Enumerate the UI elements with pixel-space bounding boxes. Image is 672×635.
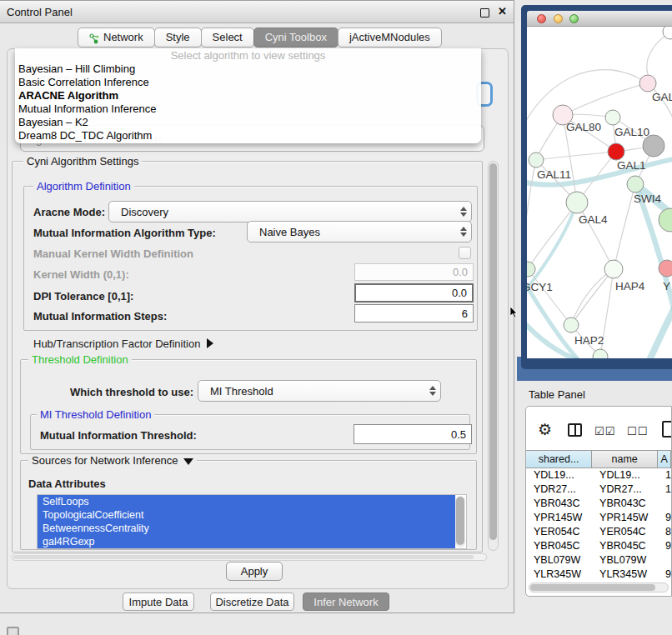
table-row[interactable]: YER054CYER054C8. [526,525,671,539]
hub-definition-label: Hub/Transcription Factor Definition [33,338,200,350]
mi-steps-label: Mutual Information Steps: [33,310,167,322]
hub-definition-toggle[interactable]: Hub/Transcription Factor Definition [33,338,213,350]
table-cell: YBR045C [592,539,658,553]
aracne-mode-combobox[interactable]: Discovery [108,201,472,222]
node-bottom[interactable] [593,349,608,358]
tab-network[interactable]: Network [78,28,155,48]
node-salmon[interactable] [659,260,672,277]
manual-kernel-checkbox[interactable] [459,247,471,259]
which-threshold-combobox[interactable]: MI Threshold [198,380,441,402]
bottom-tab-impute-data[interactable]: Impute Data [123,592,194,611]
table-horizontal-scrollbar[interactable] [529,582,669,592]
settings-horizontal-scrollbar[interactable] [12,553,487,561]
algorithm-item-dream8-dc-tdc-algorithm[interactable]: Dream8 DC_TDC Algorithm [15,129,481,142]
attribute-item-selfloops[interactable]: SelfLoops [38,495,455,508]
mi-threshold-field[interactable]: 0.5 [354,424,472,444]
float-panel-icon[interactable] [480,8,489,18]
deselect-all-checkboxes-icon[interactable]: ☐☐ [627,425,648,438]
tab-style[interactable]: Style [154,28,202,48]
document-icon[interactable] [662,421,672,438]
kernel-width-field[interactable]: 0.0 [354,263,474,281]
control-panel-titlebar[interactable]: Control Panel ✕ [0,1,514,23]
dpi-tolerance-field[interactable]: 0.0 [354,283,474,302]
table-cell: 13 [658,468,671,482]
table-row[interactable]: YPR145WYPR145W9. [526,511,671,525]
table-row[interactable]: YBL079WYBL079W [526,553,671,568]
table-cell: YDL19... [526,468,592,482]
table-row[interactable]: YBR043CYBR043C [526,497,671,511]
attribute-item-gal4rgexp[interactable]: gal4RGexp [38,535,455,548]
algorithm-item-mutual-information-inference[interactable]: Mutual Information Inference [15,102,481,116]
table-row[interactable]: YBR045CYBR045C9. [526,539,671,553]
node-gcy1[interactable] [527,262,535,277]
dpi-tolerance-label: DPI Tolerance [0,1]: [33,290,133,302]
node-right-green[interactable] [659,208,672,232]
select-all-checkboxes-icon[interactable]: ☑☑ [594,425,615,438]
node-top-right-partial[interactable] [663,27,672,39]
sources-title: Sources for Network Inference [32,454,178,467]
close-window-icon[interactable] [537,14,546,23]
table-row[interactable]: YDL19...YDL19...13 [526,468,671,482]
attribute-item-topologicalcoefficient[interactable]: TopologicalCoefficient [38,508,455,522]
apply-button[interactable]: Apply [226,562,283,581]
control-panel: Control Panel ✕ NetworkStyleSelectCyni T… [0,0,514,613]
algorithm-list: Bayesian – Hill ClimbingBasic Correlatio… [15,62,481,142]
node-gal4[interactable] [566,192,588,213]
mi-steps-field[interactable]: 6 [354,304,474,322]
stepper-icon[interactable] [460,227,467,237]
gear-icon[interactable]: ⚙ [538,422,552,438]
node-gal11[interactable] [529,152,544,168]
network-canvas[interactable]: GALGAL80GAL10GAL1GAL11SWI4GAL4GCY1HAP4YH… [527,27,672,358]
tab-select[interactable]: Select [201,28,254,48]
network-window-titlebar[interactable] [527,11,672,27]
manual-kernel-label: Manual Kernel Width Definition [33,248,193,260]
collapsed-panel-handle[interactable] [7,627,19,635]
aracne-mode-value: Discovery [121,206,168,218]
node-gal1[interactable] [608,143,624,160]
minimize-window-icon[interactable] [554,14,563,23]
columns-icon[interactable] [568,423,582,437]
network-icon [89,32,99,43]
tab-label: Network [103,28,143,48]
mi-type-combobox[interactable]: Naive Bayes [247,221,472,242]
algorithm-item-bayesian-hill-climbing[interactable]: Bayesian – Hill Climbing [15,62,481,76]
close-panel-icon[interactable]: ✕ [498,5,507,18]
bottom-tab-infer-network[interactable]: Infer Network [303,592,389,611]
node-swi4[interactable] [627,176,644,192]
table-cell: YLR345W [526,568,592,582]
attributes-scrollbar[interactable] [455,496,465,548]
tab-cyni-toolbox[interactable]: Cyni Toolbox [253,28,339,48]
mi-type-value: Naive Bayes [259,226,320,238]
node-hap2[interactable] [564,318,579,332]
table-panel-title: Table Panel [529,388,585,401]
tab-jactivemnodules[interactable]: jActiveMNodules [338,28,442,48]
network-view-window: GALGAL80GAL10GAL1GAL11SWI4GAL4GCY1HAP4YH… [521,5,672,369]
table-row[interactable]: YLR345WYLR345W9. [526,568,671,582]
column-header-a[interactable]: A [658,451,671,468]
stepper-icon[interactable] [460,207,467,217]
node-gal-pink[interactable] [639,75,656,92]
sources-toggle[interactable]: Sources for Network Inference [28,454,197,467]
settings-vertical-scrollbar[interactable] [488,161,499,551]
algorithm-item-aracne-algorithm[interactable]: ARACNE Algorithm [15,89,481,102]
column-header-name[interactable]: name [592,451,658,468]
network-edge [614,184,635,269]
control-panel-title: Control Panel [7,6,73,18]
algorithm-definition-title: Algorithm Definition [33,180,134,192]
bottom-tab-discretize-data[interactable]: Discretize Data [210,592,294,611]
node-gal10[interactable] [605,110,620,125]
algorithm-item-bayesian-k2[interactable]: Bayesian – K2 [15,116,481,129]
node-gal10-label: GAL10 [614,126,649,138]
zoom-window-icon[interactable] [569,14,579,23]
table-cell: YDR27... [526,482,592,497]
which-threshold-label: Which threshold to use: [70,386,193,398]
table-cell: YBL079W [526,553,592,568]
algorithm-item-basic-correlation-inference[interactable]: Basic Correlation Inference [15,76,481,89]
node-hap4[interactable] [604,260,623,278]
table-cell: YBR045C [526,539,592,553]
column-header-shared[interactable]: shared... [526,451,592,468]
table-row[interactable]: YDR27...YDR27...12 [526,482,671,497]
network-edge [571,269,614,325]
attribute-item-betweennesscentrality[interactable]: BetweennessCentrality [38,522,455,535]
stepper-icon[interactable] [429,386,436,396]
